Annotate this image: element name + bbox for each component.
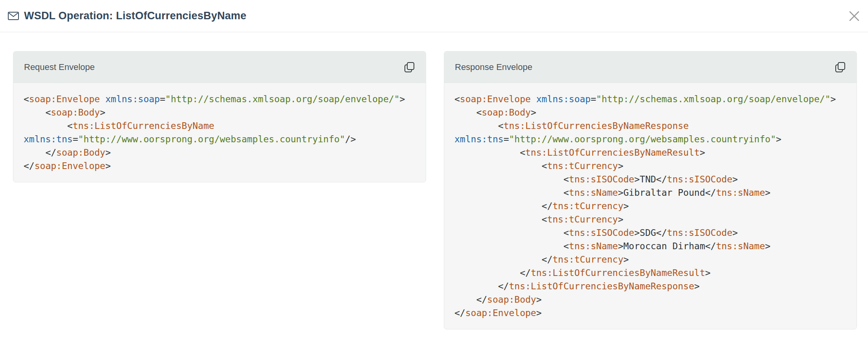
code-line: </tns:ListOfCurrenciesByNameResult> bbox=[454, 266, 846, 279]
code-line: <tns:ListOfCurrenciesByNameResult> bbox=[454, 146, 846, 159]
code-line: </soap:Body> bbox=[24, 146, 416, 159]
code-line: <tns:sISOCode>TND</tns:sISOCode> bbox=[454, 173, 846, 186]
request-envelope-panel: Request Envelope <soap:Envelope xmlns:so… bbox=[13, 51, 426, 182]
code-line: <tns:ListOfCurrenciesByName bbox=[24, 119, 416, 132]
code-line: <tns:sISOCode>SDG</tns:sISOCode> bbox=[454, 226, 846, 239]
copy-request-button[interactable] bbox=[404, 61, 415, 73]
code-line: </soap:Envelope> bbox=[454, 306, 846, 320]
response-panel-header: Response Envelope bbox=[444, 51, 857, 83]
code-line: </tns:ListOfCurrenciesByNameResponse> bbox=[454, 279, 846, 293]
code-line: <soap:Body> bbox=[24, 106, 416, 119]
code-line: <tns:tCurrency> bbox=[454, 159, 846, 173]
wsdl-operation-modal: WSDL Operation: ListOfCurrenciesByName R… bbox=[0, 0, 868, 329]
copy-icon bbox=[404, 61, 415, 73]
panels-container: Request Envelope <soap:Envelope xmlns:so… bbox=[0, 32, 868, 329]
envelope-icon bbox=[8, 12, 19, 20]
request-panel-header: Request Envelope bbox=[13, 51, 426, 83]
code-line: <tns:ListOfCurrenciesByNameResponse bbox=[454, 119, 846, 132]
response-code-block: <soap:Envelope xmlns:soap="http://schema… bbox=[444, 83, 857, 329]
code-line: <soap:Envelope xmlns:soap="http://schema… bbox=[454, 92, 846, 106]
modal-title: WSDL Operation: ListOfCurrenciesByName bbox=[24, 10, 246, 22]
code-line: </soap:Body> bbox=[454, 293, 846, 306]
code-line: <soap:Envelope xmlns:soap="http://schema… bbox=[24, 92, 416, 106]
close-button[interactable] bbox=[847, 9, 862, 24]
code-line: xmlns:tns="http://www.oorsprong.org/webs… bbox=[454, 132, 846, 146]
request-code-block: <soap:Envelope xmlns:soap="http://schema… bbox=[13, 83, 426, 182]
copy-icon bbox=[835, 61, 846, 73]
code-line: </soap:Envelope> bbox=[24, 159, 416, 173]
code-line: xmlns:tns="http://www.oorsprong.org/webs… bbox=[24, 132, 416, 146]
code-line: <soap:Body> bbox=[454, 106, 846, 119]
close-icon bbox=[848, 10, 860, 22]
code-line: <tns:sName>Moroccan Dirham</tns:sName> bbox=[454, 239, 846, 253]
code-line: <tns:sName>Gibraltar Pound</tns:sName> bbox=[454, 186, 846, 199]
panel-title: Response Envelope bbox=[455, 62, 532, 72]
modal-header: WSDL Operation: ListOfCurrenciesByName bbox=[0, 0, 868, 32]
panel-title: Request Envelope bbox=[24, 62, 95, 72]
code-line: <tns:tCurrency> bbox=[454, 213, 846, 226]
copy-response-button[interactable] bbox=[835, 61, 846, 73]
code-line: </tns:tCurrency> bbox=[454, 253, 846, 266]
code-line: </tns:tCurrency> bbox=[454, 199, 846, 213]
response-envelope-panel: Response Envelope <soap:Envelope xmlns:s… bbox=[444, 51, 857, 329]
